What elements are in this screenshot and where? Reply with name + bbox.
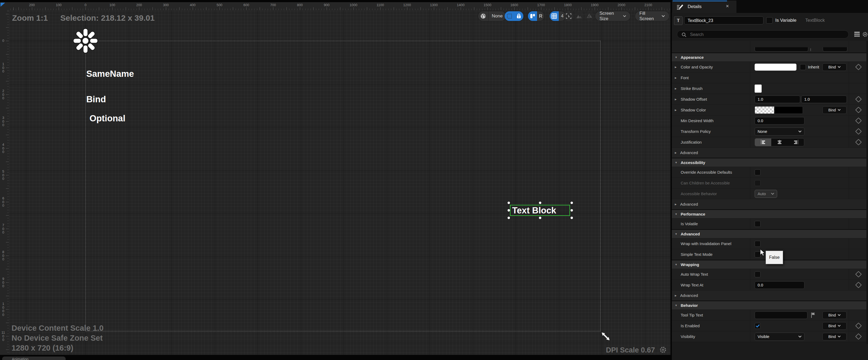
ruler-label: 1300: [430, 3, 438, 7]
visibility-dropdown[interactable]: Visible: [755, 333, 805, 341]
justify-left-button[interactable]: [755, 139, 771, 146]
grid-snap-icon[interactable]: [550, 11, 559, 21]
lock-icon[interactable]: [514, 11, 523, 21]
respect-locks-button[interactable]: R: [537, 11, 544, 21]
selection-handle-s[interactable]: [539, 217, 541, 219]
reset-to-default-icon[interactable]: [855, 271, 862, 277]
color-opacity-swatch[interactable]: [755, 64, 797, 71]
wrap-text-at-input[interactable]: 0.0: [755, 281, 805, 289]
reset-to-default-icon[interactable]: [855, 139, 862, 145]
category-advanced[interactable]: ▼ Advanced: [672, 229, 868, 239]
auto-wrap-text-checkbox[interactable]: [755, 271, 761, 277]
search-input[interactable]: [689, 31, 841, 38]
selection-handle-n[interactable]: [539, 202, 541, 204]
reset-to-default-icon[interactable]: [855, 107, 862, 113]
shadow-offset-x-input[interactable]: 1.0: [755, 95, 800, 103]
reset-to-default-icon[interactable]: [855, 333, 862, 340]
preview-background-icon[interactable]: [574, 11, 584, 21]
min-desired-width-input[interactable]: 0.0: [755, 117, 805, 124]
chevron-down-icon: [623, 15, 626, 17]
wrap-with-invalidation-panel-checkbox[interactable]: [755, 241, 761, 247]
flip-preview-icon[interactable]: [585, 11, 594, 21]
category-appearance[interactable]: ▼ Appearance: [672, 53, 868, 62]
tool-tip-text-input[interactable]: [755, 311, 807, 319]
shadow-offset-y-input[interactable]: 1.0: [801, 95, 847, 103]
animations-panel-tab[interactable]: Animation: [2, 357, 66, 360]
is-enabled-checkbox[interactable]: [755, 323, 761, 329]
close-icon[interactable]: ✕: [726, 4, 729, 8]
bind-button[interactable]: Bind: [823, 333, 846, 340]
category-accessibility[interactable]: ▼ Accessibility: [672, 158, 868, 167]
override-accessible-defaults-checkbox[interactable]: [755, 169, 761, 175]
ruler-label: 2100: [645, 3, 652, 7]
widget-name-input[interactable]: TextBlock_23: [684, 17, 764, 24]
is-variable-checkbox[interactable]: [766, 17, 773, 24]
shadow-color-swatch[interactable]: [755, 106, 803, 114]
justify-right-button[interactable]: [787, 139, 804, 146]
ruler-label: 0: [85, 3, 86, 7]
expander-icon[interactable]: ▶: [675, 77, 677, 79]
accessible-behavior-dropdown[interactable]: Auto: [755, 190, 777, 198]
expander-icon[interactable]: ▶: [675, 66, 677, 68]
bind-button[interactable]: Bind: [823, 106, 846, 114]
category-performance[interactable]: ▼ Performance: [672, 210, 868, 219]
details-scrollbar-track[interactable]: [866, 41, 868, 344]
expander-icon[interactable]: ▶: [675, 87, 677, 90]
fill-screen-dropdown[interactable]: Fill Screen: [635, 11, 669, 21]
property-matrix-icon[interactable]: [854, 31, 860, 37]
transform-policy-dropdown[interactable]: None: [755, 128, 805, 136]
category-behavior[interactable]: ▼ Behavior: [672, 301, 868, 310]
canvas-text-samename[interactable]: SameName: [86, 69, 134, 79]
selection-handle-nw[interactable]: [507, 202, 510, 204]
reset-to-default-icon[interactable]: [855, 128, 862, 135]
ruler-label: 2000: [618, 3, 625, 7]
row-is-volatile: Is Volatile: [672, 219, 868, 229]
reset-to-default-icon[interactable]: [855, 323, 862, 329]
accessibility-advanced-expander[interactable]: ▶ Advanced: [672, 199, 868, 210]
appearance-advanced-expander[interactable]: ▶ Advanced: [672, 148, 868, 158]
bind-button[interactable]: Bind: [823, 63, 846, 71]
dpi-settings-gear-icon[interactable]: [659, 346, 667, 354]
localize-flag-icon[interactable]: [811, 312, 815, 318]
ruler-label: 700: [270, 3, 276, 7]
reset-to-default-icon[interactable]: [855, 117, 862, 124]
globe-icon[interactable]: [478, 11, 489, 21]
details-tab[interactable]: Details ✕: [672, 1, 737, 13]
reset-to-default-icon[interactable]: [855, 96, 862, 102]
selection-handle-sw[interactable]: [507, 217, 510, 219]
reset-to-default-icon[interactable]: [855, 64, 862, 70]
ruler-corner: [0, 2, 9, 10]
strike-brush-swatch[interactable]: [755, 85, 762, 93]
bind-button[interactable]: Bind: [823, 322, 846, 330]
canvas-status-block: Device Content Scale 1.0 No Device Safe …: [11, 323, 103, 353]
select-widget-icon[interactable]: [564, 11, 574, 21]
justify-center-button[interactable]: [771, 139, 787, 146]
selected-widget-textblock[interactable]: Text Block: [510, 205, 570, 216]
expander-icon[interactable]: ▶: [675, 98, 677, 101]
is-volatile-checkbox[interactable]: [755, 221, 761, 227]
selection-handle-e[interactable]: [570, 209, 573, 212]
canvas-text-optional[interactable]: Optional: [90, 113, 125, 123]
inherit-checkbox[interactable]: [800, 64, 806, 70]
canvas-resize-handle-icon[interactable]: [601, 332, 610, 341]
row-shadow-offset: ▶Shadow Offset 1.0 1.0: [672, 94, 868, 105]
row-override-accessible-defaults: Override Accessible Defaults: [672, 167, 868, 178]
selection-handle-ne[interactable]: [570, 202, 573, 204]
localization-preview-value[interactable]: None: [489, 13, 506, 19]
image-widget-flower[interactable]: [73, 28, 98, 54]
can-children-be-accessible-checkbox[interactable]: [755, 180, 761, 186]
bind-button[interactable]: Bind: [823, 311, 846, 319]
display-settings-gear-icon[interactable]: [862, 31, 868, 37]
reset-to-default-icon[interactable]: [855, 282, 862, 288]
canvas-text-bind[interactable]: Bind: [86, 94, 106, 105]
widget-outlines-icon[interactable]: [528, 11, 537, 21]
localization-preview-group[interactable]: None: [478, 11, 506, 21]
screen-size-dropdown[interactable]: Screen Size: [595, 11, 630, 21]
search-box[interactable]: [677, 30, 849, 38]
expander-icon[interactable]: ▶: [675, 109, 677, 111]
marquee-select-icon[interactable]: [505, 11, 514, 21]
wrapping-advanced-expander[interactable]: ▶ Advanced: [672, 290, 868, 301]
designer-canvas[interactable]: SameName Bind Optional Text Block Zoom 1…: [9, 10, 671, 355]
selection-handle-w[interactable]: [507, 209, 510, 212]
selection-handle-se[interactable]: [570, 217, 573, 219]
